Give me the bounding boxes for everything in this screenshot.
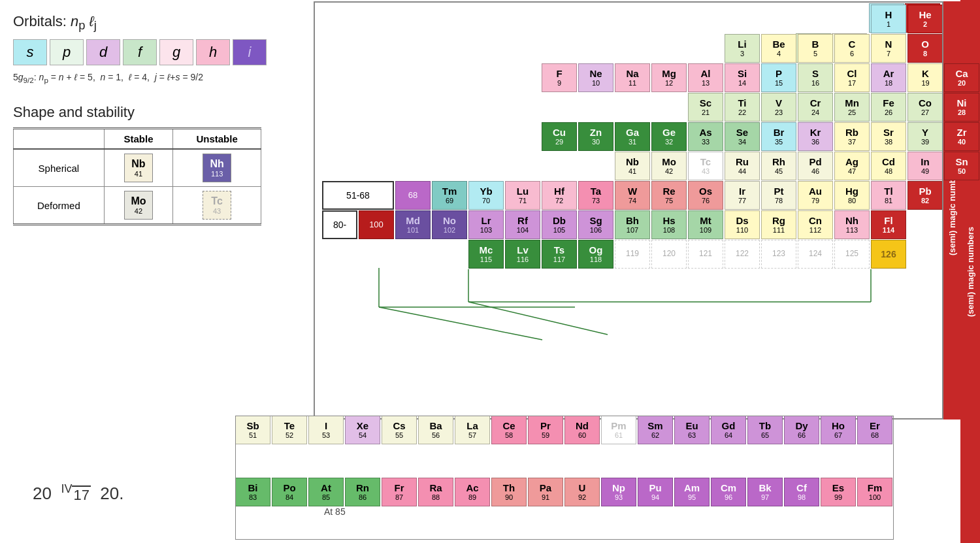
el-Ts: Ts117 [542,240,577,269]
el-Yb: Yb70 [468,181,504,210]
el-Cr: Cr24 [798,93,833,122]
el-Eu: Eu63 [674,416,710,444]
orbital-formula: 5g9/2: np = n + ℓ = 5, n = 1, ℓ = 4, j =… [13,72,301,84]
el-Li: Li3 [725,34,760,63]
el-Bk: Bk97 [747,478,783,506]
el-Rf: Rf104 [505,210,540,239]
el-O: O8 [907,34,943,63]
orbital-i: i [233,39,267,65]
bracket-80: 80- [322,210,357,239]
el-Pt: Pt78 [761,181,796,210]
el-H: H1 [871,5,906,33]
el-K: K19 [907,63,943,92]
el-119: 119 [615,240,650,269]
el-Tl: Tl81 [871,181,906,210]
el-Te: Te52 [272,416,307,444]
svg-line-1 [468,302,608,335]
el-Rb: Rb37 [834,122,870,151]
el-Ag: Ag47 [834,152,870,180]
el-N: N7 [871,34,906,63]
el-Np: Np93 [601,478,636,506]
nh-unstable: Nh 113 [173,149,261,187]
el-123: 123 [761,240,796,269]
el-Pu: Pu94 [638,478,673,506]
el-Ga: Ga31 [615,122,650,151]
el-At: At85 [308,478,344,506]
el-Ac: Ac89 [455,478,490,506]
el-Gd: Gd64 [711,416,746,444]
el-Th: Th90 [491,478,527,506]
el-Og: Og118 [578,240,613,269]
at-85-label: At 85 [324,506,346,517]
el-Ba: Ba56 [418,416,453,444]
el-Nd: Nd60 [564,416,600,444]
el-121: 121 [688,240,723,269]
el-B: B5 [798,34,833,63]
el-Rh: Rh45 [761,152,796,180]
el-Db: Db105 [542,210,577,239]
orbital-g: g [159,39,193,65]
el-Am: Am95 [674,478,710,506]
row-spherical-label: Spherical [14,149,105,187]
el-Zr: Zr40 [944,122,979,151]
el-Mn: Mn25 [834,93,870,122]
el-Pr: Pr59 [528,416,563,444]
el-100: 100 [359,210,394,239]
shape-stability-table: Stable Unstable Spherical Nb 41 [13,127,261,225]
el-Au: Au79 [798,181,833,210]
orbital-f: f [123,39,157,65]
el-Pa: Pa91 [528,478,563,506]
el-Ca: Ca20 [944,63,979,92]
orbital-p: p [50,39,84,65]
el-Mg: Mg12 [651,63,687,92]
el-P: P15 [761,63,796,92]
el-Re: Re75 [651,181,687,210]
el-Er: Er68 [857,416,892,444]
el-Sb: Sb51 [235,416,270,444]
el-Fl: Fl114 [871,210,906,239]
shape-stability-section: Shape and stability Stable Unstable Sphe… [13,104,301,225]
el-Co: Co27 [907,93,943,122]
el-Tb: Tb65 [747,416,783,444]
el-Pb: Pb82 [907,181,943,210]
el-Lr: Lr103 [468,210,504,239]
el-Cf: Cf98 [784,478,819,506]
orbital-h: h [196,39,230,65]
el-120: 120 [651,240,687,269]
el-Kr: Kr36 [798,122,833,151]
el-Si: Si14 [725,63,760,92]
orbitals-title: Orbitals: np ℓj [13,13,301,33]
el-Os: Os76 [688,181,723,210]
row-deformed-label: Deformed [14,187,105,225]
col-unstable: Unstable [173,129,261,150]
el-Ru: Ru44 [725,152,760,180]
el-Be: Be4 [761,34,796,63]
orbital-d: d [86,39,120,65]
el-Cs: Cs55 [382,416,417,444]
col-stable: Stable [104,129,172,150]
el-Tc: Tc43 [688,152,723,180]
el-Cn: Cn112 [798,210,833,239]
shape-stability-title: Shape and stability [13,104,301,121]
orbital-boxes: s p d f g h i [13,39,301,65]
el-I: I53 [308,416,344,444]
orbital-s: s [13,39,47,65]
el-Es: Es99 [821,478,856,506]
tc-unstable: Tc 43 [173,187,261,225]
el-Ne: Ne10 [578,63,613,92]
el-Ho: Ho67 [821,416,856,444]
mo-stable: Mo 42 [104,187,172,225]
el-Hs: Hs108 [651,210,687,239]
el-Ra: Ra88 [418,478,453,506]
el-V: V23 [761,93,796,122]
el-Na: Na11 [615,63,650,92]
el-Fr: Fr87 [382,478,417,506]
el-Se: Se34 [725,122,760,151]
el-Lv: Lv116 [505,240,540,269]
left-panel: Orbitals: np ℓj s p d f g h i 5g9/2: np … [13,13,301,225]
el-Dy: Dy66 [784,416,819,444]
el-Tm: Tm69 [432,181,467,210]
el-S: S16 [798,63,833,92]
el-Po: Po84 [272,478,307,506]
el-Sm: Sm62 [638,416,673,444]
